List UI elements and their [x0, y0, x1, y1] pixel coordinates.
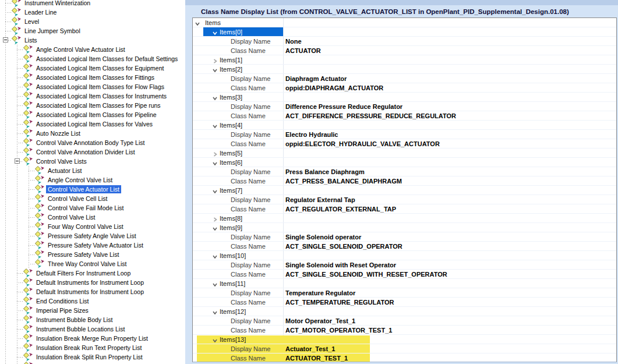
grid-property-row[interactable]: Display NameDiaphragm Actuator	[193, 74, 616, 83]
sidebar-item[interactable]: Associated Logical Item Classes for Pipe…	[0, 101, 185, 110]
collapse-toggle-icon[interactable]	[15, 158, 20, 164]
grid-node-row[interactable]: Items[2]	[193, 65, 616, 74]
sidebar-item[interactable]: Control Valve Actuator List	[0, 185, 185, 194]
chevron-down-icon[interactable]	[212, 160, 218, 165]
sidebar-item[interactable]: Auto Nozzle List	[0, 129, 185, 138]
sidebar-item[interactable]: Associated Logical Item Classes for Valv…	[0, 119, 185, 129]
grid-node-row[interactable]: Items[0]	[193, 27, 616, 37]
chevron-down-icon[interactable]	[212, 309, 218, 314]
grid-property-row[interactable]: Display NameMotor Operator_Test_1	[193, 316, 616, 326]
grid-node-row[interactable]: Items[6]	[193, 158, 616, 167]
grid-property-row[interactable]: Display NameSingle Solenoid operator	[193, 232, 616, 242]
sidebar-item[interactable]: Insulation Break Split Run Property List	[0, 352, 185, 362]
grid-property-row[interactable]: Display NameRegulator External Tap	[193, 195, 616, 204]
sidebar-item[interactable]: Four Way Control Valve List	[0, 222, 185, 231]
sidebar-item[interactable]: Associated Logical Item Classes for Equi…	[0, 63, 185, 73]
chevron-right-icon[interactable]	[212, 150, 218, 156]
grid-property-row[interactable]: Display NameTemperature Regulator	[193, 288, 616, 298]
grid-property-row[interactable]: Class NameACT_MOTOR_OPERATOR_TEST_1	[193, 326, 616, 335]
grid-property-row[interactable]: Display NameActuator_Test_1	[193, 344, 616, 354]
sidebar-item[interactable]: Default Filters For Instrument Loop	[0, 268, 185, 278]
sidebar-item[interactable]: Three Way Control Valve List	[0, 259, 185, 268]
grid-property-row[interactable]: Class NameACT_SINGLE_SOLENOID_WITH_RESET…	[193, 270, 616, 279]
sidebar-item[interactable]: Control Valve List	[0, 213, 185, 222]
sidebar-item[interactable]: Angle Control Valve Actuator List	[0, 45, 185, 54]
grid-property-row[interactable]: Class Nameoppid:DIAPHRAGM_ACTUATOR	[193, 83, 616, 93]
grid-property-row[interactable]: Display NameSingle Solenoid with Reset O…	[193, 260, 616, 270]
sidebar-item[interactable]: Line Jumper Symbol	[0, 26, 185, 36]
sidebar-item[interactable]: Actuator List	[0, 166, 185, 175]
sidebar-item[interactable]: Associated Logical Item Classes for Fitt…	[0, 73, 185, 82]
grid-node-label: Items[13]	[220, 335, 246, 344]
chevron-down-icon[interactable]	[212, 66, 218, 72]
grid-property-row[interactable]: Display NameNone	[193, 37, 616, 46]
chevron-down-icon[interactable]	[212, 225, 218, 231]
grid-node-row[interactable]: Items[7]	[193, 186, 616, 195]
chevron-down-icon[interactable]	[212, 281, 218, 287]
sidebar-item[interactable]: Insulation Break Merge Run Property List	[0, 334, 185, 343]
sidebar-item[interactable]: Imperial Pipe Sizes	[0, 306, 185, 315]
grid-property-row[interactable]: Display NameElectro Hydraulic	[193, 130, 616, 139]
grid-property-row[interactable]: Class NameACT_DIFFERENCE_PRESSURE_REDUCE…	[193, 111, 616, 121]
grid-node-row[interactable]: Items[1]	[193, 55, 616, 65]
chevron-down-icon[interactable]	[212, 253, 218, 259]
chevron-down-icon[interactable]	[212, 188, 218, 193]
grid-node-row[interactable]: Items[9]	[193, 223, 616, 232]
sidebar-item[interactable]: Control Valve Cell List	[0, 194, 185, 203]
grid-node-label: Items[5]	[220, 149, 242, 158]
grid-property-row[interactable]: Class NameACT_SINGLE_SOLENOID_OPERATOR	[193, 242, 616, 251]
grid-property-row[interactable]: Class NameACT_REGULATOR_EXTERNAL_TAP	[193, 204, 616, 214]
sidebar-item[interactable]: Angle Control Valve List	[0, 175, 185, 185]
grid-node-row[interactable]: Items[10]	[193, 251, 616, 260]
sidebar-item[interactable]: Default Instruments for Instrument Loop	[0, 278, 185, 287]
sidebar-item[interactable]: Pressure Safety Valve List	[0, 250, 185, 259]
chevron-down-icon[interactable]	[212, 122, 218, 128]
sidebar-item[interactable]: Lists	[0, 36, 185, 45]
grid-property-row[interactable]: Class NameACTUATOR	[193, 46, 616, 55]
sidebar-item[interactable]: Control Valve Annotation Body Type List	[0, 138, 185, 147]
sidebar-item[interactable]: Instrument Winterization	[0, 0, 185, 8]
chevron-down-icon[interactable]	[195, 20, 200, 26]
sidebar-item[interactable]: Pressure Safety Angle Valve List	[0, 231, 185, 241]
class-icon	[35, 213, 45, 222]
sidebar-item[interactable]: Instrument Bubble Locations List	[0, 324, 185, 334]
sidebar-item[interactable]: Control Valve Annotation Divider List	[0, 147, 185, 157]
sidebar-item[interactable]: Default Instruments for Instrument Loop	[0, 287, 185, 296]
grid-property-row[interactable]: Display NamePress Balance Diaphragm	[193, 167, 616, 176]
property-name: Class Name	[231, 354, 266, 362]
property-name: Class Name	[231, 83, 266, 93]
grid-node-row[interactable]: Items	[193, 18, 616, 27]
sidebar-item[interactable]: Associated Logical Item Classes for Pipe…	[0, 110, 185, 119]
class-icon	[12, 36, 22, 45]
grid-node-row[interactable]: Items[3]	[193, 93, 616, 102]
grid-property-row[interactable]: Class NameACT_PRESS_BALANCE_DIAPHRAGM	[193, 176, 616, 186]
chevron-right-icon[interactable]	[212, 57, 218, 63]
chevron-down-icon[interactable]	[212, 29, 218, 35]
chevron-down-icon[interactable]	[212, 337, 218, 342]
grid-node-row[interactable]: Items[13]	[193, 335, 616, 344]
chevron-right-icon[interactable]	[212, 215, 218, 221]
collapse-toggle-icon[interactable]	[3, 37, 8, 43]
sidebar-item[interactable]: End Conditions List	[0, 296, 185, 306]
sidebar-item[interactable]: Leader Line	[0, 8, 185, 17]
grid-node-row[interactable]: Items[12]	[193, 307, 616, 316]
sidebar-item[interactable]: Control Valve Fail Mode List	[0, 203, 185, 213]
sidebar-item[interactable]: Associated Logical Item Classes for Defa…	[0, 54, 185, 63]
chevron-down-icon[interactable]	[212, 94, 218, 100]
grid-property-row[interactable]: Display NameDifference Pressure Reduce R…	[193, 102, 616, 111]
sidebar-item[interactable]	[0, 362, 185, 364]
grid-node-row[interactable]: Items[4]	[193, 121, 616, 130]
grid-property-row[interactable]: Class Nameoppid:ELECTOR_HYDRAULIC_VALVE_…	[193, 139, 616, 149]
grid-node-row[interactable]: Items[8]	[193, 214, 616, 223]
grid-property-row[interactable]: Class NameACTUATOR_TEST_1	[193, 354, 616, 362]
sidebar-item[interactable]: Insulation Break Run Text Property List	[0, 343, 185, 352]
sidebar-item[interactable]: Associated Logical Item Classes for Inst…	[0, 91, 185, 101]
grid-node-row[interactable]: Items[11]	[193, 279, 616, 288]
sidebar-item[interactable]: Pressure Safety Valve Actuator List	[0, 241, 185, 250]
sidebar-item[interactable]: Control Valve Lists	[0, 157, 185, 166]
sidebar-item[interactable]: Instrument Bubble Body List	[0, 315, 185, 324]
grid-node-row[interactable]: Items[5]	[193, 149, 616, 158]
grid-property-row[interactable]: Class NameACT_TEMPERATURE_REGULATOR	[193, 298, 616, 307]
sidebar-item[interactable]: Level	[0, 17, 185, 26]
sidebar-item[interactable]: Associated Logical Item Classes for Flow…	[0, 82, 185, 91]
